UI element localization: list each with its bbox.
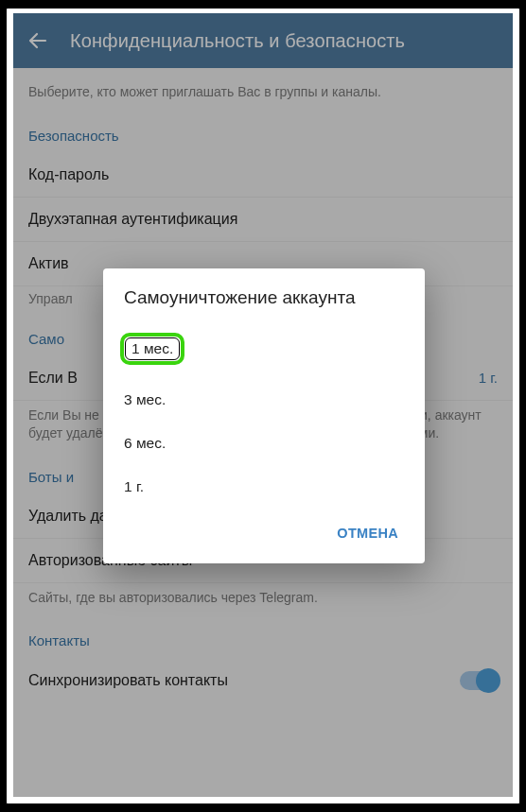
dialog-actions: ОТМЕНА — [103, 509, 425, 556]
dialog-option-1mo[interactable]: 1 мес. — [103, 320, 425, 378]
dialog-option-3mo[interactable]: 3 мес. — [103, 378, 425, 422]
dialog-title: Самоуничтожение аккаунта — [103, 287, 425, 320]
option-label: 3 мес. — [124, 391, 166, 407]
dialog-option-6mo[interactable]: 6 мес. — [103, 422, 425, 465]
option-label: 6 мес. — [124, 435, 166, 451]
option-label: 1 г. — [124, 478, 144, 494]
cancel-button[interactable]: ОТМЕНА — [327, 518, 408, 548]
option-label: 1 мес. — [120, 333, 184, 365]
self-destruct-dialog: Самоуничтожение аккаунта 1 мес. 3 мес. 6… — [103, 268, 425, 563]
dialog-option-1y[interactable]: 1 г. — [103, 465, 425, 509]
